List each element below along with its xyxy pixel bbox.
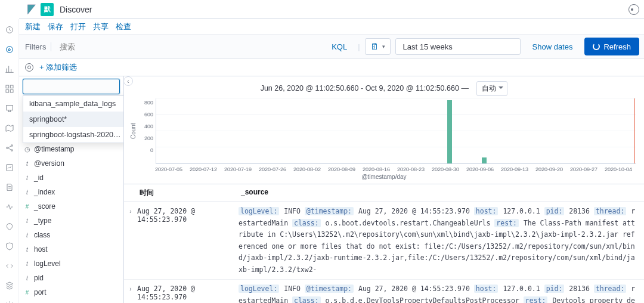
nav-uptime-icon[interactable] <box>5 222 14 233</box>
svg-rect-5 <box>10 89 13 92</box>
results-table-body: ›Aug 27, 2020 @ 14:55:23.970logLevel: IN… <box>124 202 644 303</box>
field-type-icon: ◷ <box>24 146 30 153</box>
main-area: kibana_sample_data_logsspringboot*spring… <box>19 76 644 303</box>
nav-stack-icon[interactable] <box>5 281 14 292</box>
col-source-header[interactable]: _source <box>239 184 644 202</box>
chart-bar[interactable] <box>447 100 452 163</box>
query-bar: Filters KQL | 🗓 ▾ Last 15 weeks Show dat… <box>19 35 644 58</box>
menu-share[interactable]: 共享 <box>93 21 109 32</box>
kv-key: host: <box>474 285 499 293</box>
kv-key: thread: <box>594 207 626 215</box>
histogram-dash: — <box>461 84 470 92</box>
svg-rect-2 <box>6 85 9 88</box>
field-name: _id <box>34 174 44 182</box>
search-input[interactable] <box>56 40 321 54</box>
calendar-icon: 🗓 <box>370 42 379 51</box>
nav-dashboard-icon[interactable] <box>5 84 14 95</box>
field-item[interactable]: ◷@timestamp <box>19 142 123 156</box>
index-pattern-input[interactable] <box>23 79 120 94</box>
nav-logs-icon[interactable] <box>5 183 14 194</box>
show-dates-link[interactable]: Show dates <box>525 42 580 51</box>
field-type-icon: t <box>24 275 30 282</box>
field-type-icon: # <box>24 289 30 296</box>
nav-recent-icon[interactable] <box>5 25 14 36</box>
field-item[interactable]: t_id <box>19 171 123 185</box>
nav-ml-icon[interactable] <box>5 143 14 154</box>
field-name: logLevel <box>34 259 61 268</box>
chart-bar[interactable] <box>482 157 487 163</box>
expand-row-icon[interactable]: › <box>124 206 137 276</box>
add-filter-link[interactable]: + 添加筛选 <box>39 62 77 73</box>
interval-select[interactable]: 自动 <box>476 81 507 96</box>
space-selector[interactable]: 默 <box>41 3 54 16</box>
histogram-header: Jun 26, 2020 @ 11:02:50.660 - Oct 9, 202… <box>124 76 644 98</box>
field-item[interactable]: #port <box>19 285 123 299</box>
nav-mgmt-icon[interactable] <box>5 301 14 303</box>
field-type-icon: # <box>24 203 30 210</box>
index-pattern-option[interactable]: kibana_sample_data_logs <box>23 96 124 112</box>
kv-key: thread: <box>594 285 626 293</box>
col-time-header[interactable]: 时间 <box>137 184 239 202</box>
menu-open[interactable]: 打开 <box>70 21 86 32</box>
kv-key: @timestamp: <box>305 207 354 215</box>
nav-maps-icon[interactable] <box>5 123 14 135</box>
kv-value: Aug 27, 2020 @ 14:55:23.970 <box>354 207 474 215</box>
table-row[interactable]: ›Aug 27, 2020 @ 14:55:23.970logLevel: IN… <box>124 280 644 303</box>
nav-canvas-icon[interactable] <box>5 104 14 115</box>
filters-label[interactable]: Filters <box>25 42 51 51</box>
menu-new[interactable]: 新建 <box>25 21 41 32</box>
kv-value: o.s.b.d.e.DevToolsPropertyDefaultsPostPr… <box>321 296 524 303</box>
chevron-down-icon: ▾ <box>382 44 385 50</box>
nav-metrics-icon[interactable] <box>5 163 14 174</box>
kv-key: logLevel: <box>239 207 279 215</box>
refresh-label: Refresh <box>603 42 631 51</box>
field-name: _type <box>34 217 51 225</box>
nav-visualize-icon[interactable] <box>5 64 14 76</box>
field-item[interactable]: t_type <box>19 214 123 228</box>
date-quick-button[interactable]: 🗓 ▾ <box>365 38 391 55</box>
menu-inspect[interactable]: 检查 <box>116 21 131 32</box>
svg-point-7 <box>6 147 8 149</box>
field-name: host <box>34 245 48 253</box>
field-item[interactable]: thost <box>19 242 123 256</box>
field-item[interactable]: tclass <box>19 228 123 242</box>
table-row[interactable]: ›Aug 27, 2020 @ 14:55:23.970logLevel: IN… <box>124 202 644 280</box>
nav-siem-icon[interactable] <box>5 242 14 253</box>
chart-edge-marker <box>634 98 635 163</box>
field-item[interactable]: t_index <box>19 185 123 199</box>
field-name: pid <box>34 274 44 282</box>
nav-apm-icon[interactable] <box>5 202 14 214</box>
menu-save[interactable]: 保存 <box>48 21 63 32</box>
kv-key: host: <box>474 207 499 215</box>
index-pattern-option[interactable]: springboot* <box>23 112 124 127</box>
nav-discover-icon[interactable] <box>5 45 14 56</box>
kv-value: 28136 <box>565 285 593 293</box>
kv-value: INFO <box>280 207 305 215</box>
kql-toggle[interactable]: KQL <box>326 42 353 51</box>
field-type-icon: t <box>24 160 30 167</box>
field-item[interactable]: tpid <box>19 271 123 285</box>
index-pattern-option[interactable]: springboot-logstash-2020.08.27 <box>23 127 124 143</box>
field-item[interactable]: t@version <box>19 156 123 171</box>
kv-key: pid: <box>544 207 565 215</box>
chart-yaxis: 8006004002000 <box>138 98 156 164</box>
field-name: @timestamp <box>34 145 75 153</box>
field-item[interactable]: #_score <box>19 199 123 214</box>
results-table-header: 时间 _source <box>124 184 644 202</box>
filter-settings-icon[interactable] <box>25 63 33 72</box>
kibana-logo-icon[interactable] <box>25 3 38 16</box>
field-item[interactable]: trest <box>19 299 123 303</box>
row-source: logLevel: INFO @timestamp: Aug 27, 2020 … <box>239 206 644 276</box>
refresh-button[interactable]: Refresh <box>584 38 639 55</box>
svg-rect-4 <box>6 89 9 92</box>
row-source: logLevel: INFO @timestamp: Aug 27, 2020 … <box>239 283 644 303</box>
field-item[interactable]: tlogLevel <box>19 256 123 271</box>
date-range-input[interactable]: Last 15 weeks <box>395 38 521 55</box>
expand-row-icon[interactable]: › <box>124 283 137 303</box>
app-menu: 新建 保存 打开 共享 检查 <box>19 19 644 35</box>
kv-value: INFO <box>280 285 305 293</box>
field-type-icon: t <box>24 218 30 224</box>
nav-dev-icon[interactable] <box>5 261 14 273</box>
newsfeed-icon[interactable] <box>628 4 639 15</box>
chart-plot-area[interactable] <box>156 98 636 164</box>
